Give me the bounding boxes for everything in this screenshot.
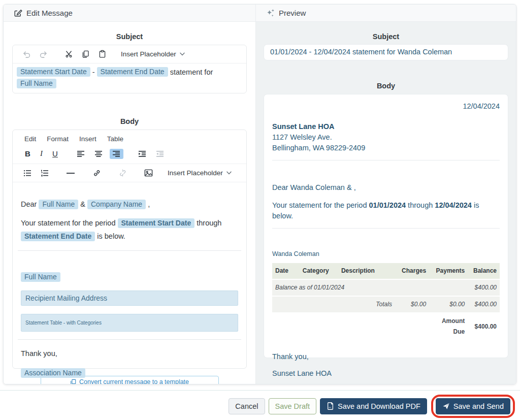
indent-button[interactable] [136, 149, 149, 159]
placeholder-chip-statement-end-date[interactable]: Statement End Date [21, 232, 95, 241]
align-center-button[interactable] [92, 149, 106, 159]
preview-panel: Preview Subject 01/01/2024 - 12/04/2024 … [256, 5, 516, 384]
copy-template-icon [70, 379, 76, 385]
greeting-line: Dear Full Name & Company Name , [21, 198, 238, 211]
preview-body-heading: Body [264, 82, 508, 90]
body-editor: Edit Format Insert Table B I U [12, 130, 247, 369]
pdf-file-icon [327, 402, 334, 410]
preview-subject-value: 01/01/2024 - 12/04/2024 statement for Wa… [264, 45, 508, 60]
save-and-download-pdf-button[interactable]: Save and Download PDF [320, 398, 427, 414]
align-center-icon [94, 150, 104, 158]
body-insert-placeholder-dropdown[interactable]: Insert Placeholder [168, 169, 232, 177]
subject-input[interactable]: Statement Start Date - Statement End Dat… [13, 63, 246, 93]
placeholder-chip-association-name[interactable]: Association Name [21, 368, 85, 378]
edit-message-panel: Edit Message Subject [4, 5, 256, 384]
outdent-icon [155, 150, 165, 158]
numbered-list-button[interactable] [38, 168, 51, 178]
recipient-name: Wanda Coleman [272, 249, 500, 260]
placeholder-block-recipient-mailing-address[interactable]: Recipient Mailing Address [21, 290, 238, 306]
bold-button[interactable]: B [21, 147, 35, 160]
thank-you-line: Thank you, [21, 347, 238, 360]
align-left-button[interactable] [74, 149, 88, 159]
undo-button[interactable] [20, 49, 33, 60]
divider [272, 160, 500, 160]
undo-icon [22, 50, 31, 59]
placeholder-chip-full-name[interactable]: Full Name [17, 79, 56, 88]
placeholder-chip-statement-end-date[interactable]: Statement End Date [97, 67, 168, 77]
bullet-list-button[interactable] [21, 168, 34, 178]
save-and-send-button[interactable]: Save and Send [436, 398, 510, 414]
save-and-send-label: Save and Send [453, 402, 504, 410]
annotation-highlight-ring: Save and Send [431, 395, 515, 418]
full-name-line: Full Name [21, 270, 238, 283]
letter-closing: Thank you, [272, 351, 500, 362]
paste-icon [98, 50, 107, 58]
unlink-icon [118, 169, 127, 177]
menu-insert[interactable]: Insert [79, 135, 96, 143]
subject-insert-placeholder-dropdown[interactable]: Insert Placeholder [121, 50, 185, 58]
letter-signature: Sunset Lane HOA [272, 368, 500, 379]
italic-button[interactable]: I [35, 147, 48, 160]
body-heading: Body [12, 117, 247, 125]
message-editor-card: Edit Message Subject [3, 4, 516, 384]
preview-subject-heading: Subject [264, 33, 508, 41]
col-date: Date [272, 263, 300, 279]
subject-toolbar: Insert Placeholder [13, 45, 246, 63]
remove-link-button[interactable] [116, 168, 129, 178]
copy-icon [81, 50, 90, 58]
redo-icon [39, 50, 48, 59]
subject-heading: Subject [12, 33, 247, 41]
statement-table: Date Category Description Charges Paymen… [272, 263, 500, 341]
period-line: Your statement for the period Statement … [21, 216, 238, 243]
sender-address-line1: 1127 Welsley Ave. [272, 132, 500, 143]
insert-placeholder-label: Insert Placeholder [121, 50, 176, 58]
redo-button[interactable] [37, 49, 50, 60]
placeholder-chip-statement-start-date[interactable]: Statement Start Date [17, 67, 90, 77]
body-input[interactable]: Dear Full Name & Company Name , Your sta… [13, 182, 246, 379]
sender-name: Sunset Lane HOA [272, 121, 500, 132]
placeholder-chip-full-name[interactable]: Full Name [21, 272, 60, 282]
numbered-list-icon [40, 169, 49, 177]
preview-header: Preview [256, 5, 516, 22]
editor-toolbar-row-1: B I U [13, 144, 246, 164]
edit-message-icon [14, 9, 22, 17]
menu-format[interactable]: Format [47, 135, 69, 143]
copy-button[interactable] [79, 49, 92, 59]
letter-date: 12/04/2024 [272, 101, 500, 112]
horizontal-rule-icon [66, 169, 76, 177]
outdent-button[interactable] [153, 149, 167, 159]
divider [272, 228, 500, 229]
align-right-button[interactable] [110, 149, 123, 159]
paste-button[interactable] [96, 49, 109, 59]
letter-period-line: Your statement for the period 01/01/2024… [272, 200, 500, 221]
insert-image-button[interactable] [142, 168, 155, 178]
save-draft-button[interactable]: Save Draft [269, 398, 317, 414]
association-line: Association Name [21, 366, 238, 379]
menu-edit[interactable]: Edit [24, 135, 36, 143]
balance-forward-row: Balance as of 01/01/2024 $400.00 [272, 279, 500, 296]
col-description: Description [338, 263, 395, 279]
placeholder-block-statement-table[interactable]: Statement Table - with Categories [21, 314, 238, 332]
subject-text-middle: statement for [170, 68, 213, 76]
send-icon [442, 402, 450, 410]
sparkles-icon [266, 9, 275, 17]
menu-table[interactable]: Table [107, 135, 123, 143]
underline-button[interactable]: U [48, 147, 62, 160]
horizontal-rule-button[interactable] [63, 168, 78, 178]
col-balance: Balance [468, 263, 500, 279]
link-icon [92, 169, 102, 177]
cut-button[interactable] [62, 49, 75, 59]
insert-link-button[interactable] [90, 168, 104, 178]
amount-due-row: Amount Due $400.00 [272, 313, 500, 340]
placeholder-chip-statement-start-date[interactable]: Statement Start Date [118, 218, 195, 228]
placeholder-chip-company-name[interactable]: Company Name [87, 200, 146, 209]
statement-table-header-row: Date Category Description Charges Paymen… [272, 263, 500, 279]
cancel-button[interactable]: Cancel [229, 398, 265, 414]
cut-icon [64, 50, 73, 58]
chevron-down-icon [226, 171, 232, 175]
sender-block: Sunset Lane HOA 1127 Welsley Ave. Bellin… [272, 121, 500, 153]
sender-address-line2: Bellingham, WA 98229-2409 [272, 143, 500, 153]
placeholder-chip-full-name[interactable]: Full Name [39, 200, 78, 209]
divider [18, 250, 241, 251]
edit-message-title: Edit Message [26, 9, 73, 17]
